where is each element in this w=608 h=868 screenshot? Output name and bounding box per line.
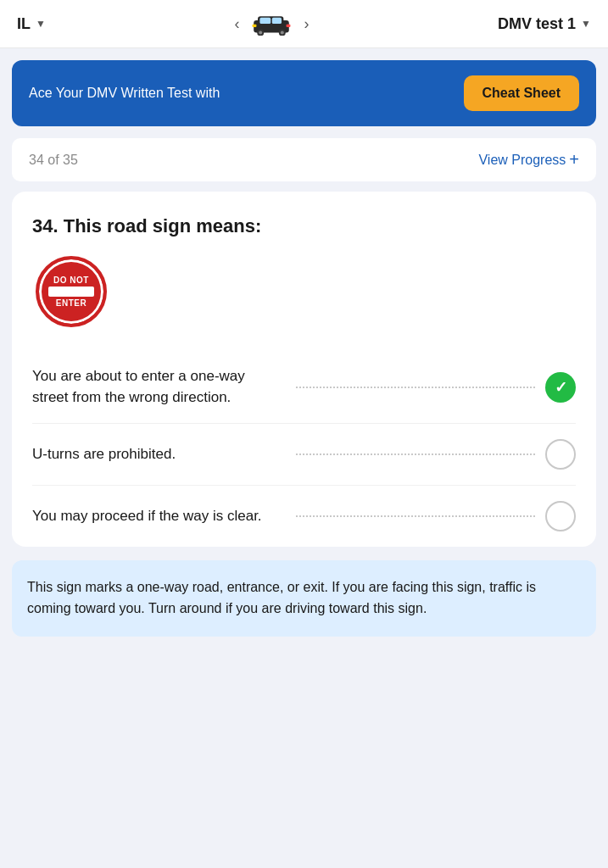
promo-banner: Ace Your DMV Written Test with Cheat She… xyxy=(12,60,596,126)
answer-option-3[interactable]: You may proceed if the way is clear. xyxy=(32,486,576,547)
answer-text-2: U-turns are prohibited. xyxy=(32,444,286,465)
svg-rect-9 xyxy=(287,25,291,27)
do-not-enter-sign: DO NOT ENTER xyxy=(36,256,107,327)
test-name-label: DMV test 1 xyxy=(498,15,576,33)
nav-center: ‹ › xyxy=(234,12,309,36)
answer-option-1[interactable]: You are about to enter a one-way street … xyxy=(32,351,576,424)
car-icon xyxy=(251,12,292,36)
svg-rect-2 xyxy=(260,18,271,24)
next-button[interactable]: › xyxy=(304,15,309,33)
cheat-sheet-button[interactable]: Cheat Sheet xyxy=(464,75,579,111)
svg-point-5 xyxy=(259,31,263,34)
state-selector[interactable]: IL ▼ xyxy=(17,15,46,33)
svg-rect-8 xyxy=(253,25,257,27)
test-selector[interactable]: DMV test 1 ▼ xyxy=(498,15,591,33)
correct-indicator-1: ✓ xyxy=(545,372,576,403)
empty-indicator-3 xyxy=(545,501,576,531)
sign-line2: ENTER xyxy=(56,298,86,308)
progress-row: 34 of 35 View Progress + xyxy=(12,138,596,181)
state-label: IL xyxy=(17,15,31,33)
empty-indicator-2 xyxy=(545,439,576,470)
sign-bar xyxy=(48,287,94,297)
answer-option-2[interactable]: U-turns are prohibited. xyxy=(32,424,576,486)
question-card: 34. This road sign means: DO NOT ENTER Y… xyxy=(12,192,596,547)
explanation-text: This sign marks a one-way road, entrance… xyxy=(27,577,581,620)
explanation-box: This sign marks a one-way road, entrance… xyxy=(12,560,596,637)
answers-section: You are about to enter a one-way street … xyxy=(32,351,576,547)
svg-rect-3 xyxy=(272,18,282,24)
sign-line1: DO NOT xyxy=(53,275,89,285)
road-sign: DO NOT ENTER xyxy=(32,256,576,327)
prev-button[interactable]: ‹ xyxy=(234,15,239,33)
banner-text: Ace Your DMV Written Test with xyxy=(29,86,220,101)
test-dropdown-icon: ▼ xyxy=(581,18,591,30)
view-progress-button[interactable]: View Progress + xyxy=(478,150,579,170)
state-dropdown-icon: ▼ xyxy=(36,18,46,30)
dots-separator-3 xyxy=(296,515,536,517)
answer-text-1: You are about to enter a one-way street … xyxy=(32,366,286,408)
question-title: 34. This road sign means: xyxy=(32,215,576,237)
nav-bar: IL ▼ ‹ › DMV test 1 ▼ xyxy=(0,0,608,48)
answer-text-3: You may proceed if the way is clear. xyxy=(32,506,286,527)
dots-separator-1 xyxy=(296,387,536,388)
progress-count: 34 of 35 xyxy=(29,153,78,168)
svg-point-7 xyxy=(281,31,284,34)
dots-separator-2 xyxy=(296,453,536,455)
